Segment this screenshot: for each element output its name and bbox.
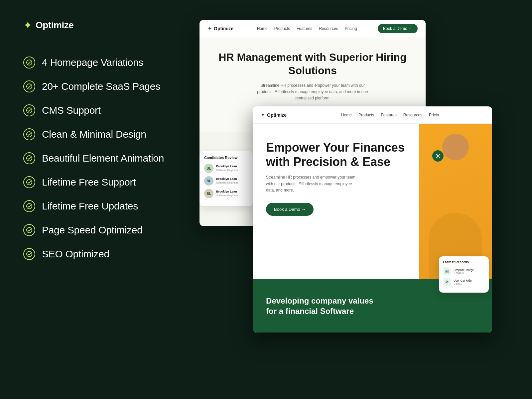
candidate-role-1: Software Engineer [216,169,238,172]
logo: ✦ Optimize [23,20,170,31]
browser1-logo: ✦ Optimize [207,25,233,32]
candidate-info-1: Brooklyn Lean Software Engineer [216,165,238,172]
browser2-nav-products: Products [358,113,374,117]
logo-icon: ✦ [23,20,32,31]
feature-text-9: SEO Optimized [42,248,109,260]
svg-point-8 [27,251,32,257]
candidate-name-2: Brooklyn Lean [216,177,238,181]
record-icon-1 [443,267,451,275]
browser-window-finance: ✦ Optimize Home Products Features Resour… [253,106,492,332]
left-panel: ✦ Optimize 4 Homepage Variations 20+ Com… [0,0,193,399]
check-icon-2 [23,80,35,92]
record-row-2: Uber Car Ride ↓ 636.0 [443,278,485,286]
green-bottom-text: Developing company valuesfor a financial… [266,296,373,316]
finance-cta-button[interactable]: Book a Demo → [266,203,314,216]
browser1-logo-icon: ✦ [207,25,212,32]
check-icon-7 [23,200,35,212]
feature-text-6: Lifetime Free Support [42,177,136,188]
svg-point-9 [437,155,439,157]
svg-point-5 [27,180,32,185]
record-row-1: Hospital Charge ↑ 2540.0 [443,267,485,275]
candidates-card-title: Candidates Review [204,156,248,160]
browser2-nav-pricing: Pricin [429,113,439,117]
green-bottom-label: Developing company valuesfor a financial… [266,296,373,316]
avatar-1: BL [204,164,213,173]
browser2-nav-resources: Resources [403,113,422,117]
svg-point-11 [445,280,449,284]
candidate-info-2: Brooklyn Lean Software Engineer [216,177,238,185]
feature-item-animation: Beautiful Element Animation [23,146,170,170]
feature-text-3: CMS Support [42,105,101,116]
browser2-logo: ✦ Optimize [261,112,287,118]
features-list: 4 Homepage Variations 20+ Complete SaaS … [23,51,170,266]
avatar-3: BL [204,189,213,198]
candidates-card: Candidates Review BL Brooklyn Lean Softw… [200,151,253,206]
browser1-demo-label: Book a Demo → [383,26,412,31]
svg-point-3 [27,132,32,137]
record-amount-2: ↓ 636.0 [454,282,471,285]
feature-text-1: 4 Homepage Variations [42,57,143,68]
candidate-name-3: Brooklyn Lean [216,190,238,194]
feature-item-lifetime-updates: Lifetime Free Updates [23,194,170,218]
browser2-logo-icon: ✦ [261,112,265,118]
browser1-nav-pricing: Pricing [345,26,357,31]
check-icon-8 [23,224,35,236]
browser1-nav-resources: Resources [319,26,338,31]
svg-point-0 [27,60,32,65]
candidate-row-2: BL Brooklyn Lean Software Engineer [204,176,248,186]
candidate-role-2: Software Engineer [216,181,238,185]
check-icon-3 [23,104,35,116]
check-icon-9 [23,248,35,260]
candidate-row-3: BL Brooklyn Lean Software Engineer [204,189,248,198]
right-panel: ✦ Optimize Home Products Features Resour… [193,0,532,399]
svg-rect-10 [445,270,449,273]
settings-icon [432,150,444,162]
record-icon-2 [443,278,451,286]
avatar-2: BL [204,176,213,186]
record-info-2: Uber Car Ride ↓ 636.0 [454,279,471,285]
candidate-row-1: BL Brooklyn Lean Software Engineer [204,164,248,173]
browser1-nav-products: Products [274,26,290,31]
feature-item-seo: SEO Optimized [23,242,170,266]
svg-point-2 [27,108,32,113]
browser2-nav-features: Features [381,113,396,117]
feature-text-7: Lifetime Free Updates [42,200,138,212]
feature-text-4: Clean & Minimal Design [42,129,146,140]
feature-text-2: 20+ Complete SaaS Pages [42,81,160,92]
browser1-hero-subtitle: Streamline HR processes and empower your… [256,82,369,102]
browser1-demo-button[interactable]: Book a Demo → [378,24,418,33]
candidate-name-1: Brooklyn Lean [216,165,238,169]
feature-item-homepage-variations: 4 Homepage Variations [23,51,170,74]
browser2-navbar: ✦ Optimize Home Products Features Resour… [253,106,492,124]
feature-item-lifetime-support: Lifetime Free Support [23,170,170,194]
browser1-navbar: ✦ Optimize Home Products Features Resour… [200,20,426,37]
browser1-nav-links: Home Products Features Resources Pricing [244,26,370,31]
candidate-info-3: Brooklyn Lean Software Engineer [216,190,238,197]
browser2-logo-text: Optimize [267,112,287,118]
feature-text-8: Page Speed Optimized [42,224,143,236]
records-card: Lastest Records Hospital Charge ↑ 2540.0 [439,256,489,293]
browser1-nav-features: Features [297,26,312,31]
records-card-title: Lastest Records [443,260,485,264]
svg-point-7 [27,227,32,233]
browser1-nav-home: Home [257,26,268,31]
browser1-hero-title: HR Management with Superior Hiring Solut… [216,51,409,77]
finance-cta-label: Book a Demo → [274,207,306,212]
finance-hero-title: Empower Your Finances with Precision & E… [266,140,406,169]
finance-subtitle: Streamline HR processes and empower your… [266,174,359,194]
feature-item-page-speed: Page Speed Optimized [23,218,170,242]
browser2-nav-home: Home [341,113,352,117]
feature-text-5: Beautiful Element Animation [42,153,164,164]
check-icon-5 [23,152,35,164]
record-name-2: Uber Car Ride [454,279,471,282]
check-icon-6 [23,176,35,188]
browser2-nav-links: Home Products Features Resources Pricin [296,113,484,117]
feature-item-saas-pages: 20+ Complete SaaS Pages [23,74,170,98]
svg-point-6 [27,203,32,209]
record-info-1: Hospital Charge ↑ 2540.0 [454,268,474,275]
candidate-role-3: Software Engineer [216,194,238,197]
feature-item-design: Clean & Minimal Design [23,122,170,146]
logo-text: Optimize [36,20,73,31]
browser1-logo-text: Optimize [214,26,233,31]
record-name-1: Hospital Charge [454,268,474,272]
